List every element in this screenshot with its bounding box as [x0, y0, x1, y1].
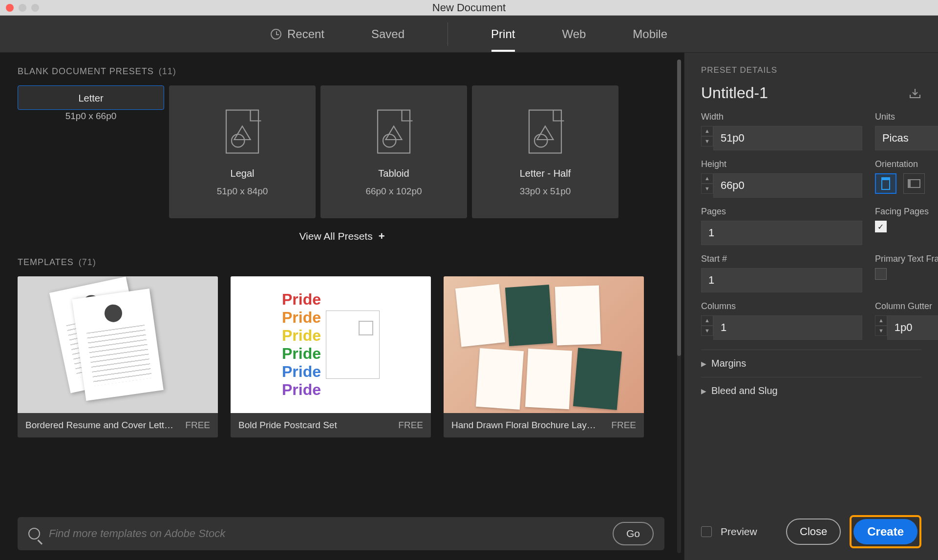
- clock-icon: [271, 29, 281, 40]
- svg-marker-4: [234, 126, 251, 140]
- preset-details-panel: PRESET DETAILS Untitled-1 Width ▲▼ Units…: [684, 53, 938, 560]
- height-label: Height: [701, 159, 862, 169]
- stock-search-bar: Go: [18, 517, 664, 550]
- width-input[interactable]: [713, 126, 862, 150]
- template-name: Bordered Resume and Cover Lett…: [25, 420, 173, 431]
- template-card[interactable]: Hand Drawn Floral Brochure Lay… FREE: [444, 276, 644, 437]
- section-title: BLANK DOCUMENT PRESETS: [18, 66, 154, 77]
- category-tabs: Recent Saved Print Web Mobile: [0, 16, 938, 53]
- bleed-slug-accordion[interactable]: ▶ Bleed and Slug: [701, 377, 921, 404]
- tab-mobile[interactable]: Mobile: [629, 17, 671, 52]
- preset-letter-half[interactable]: Letter - Half 33p0 x 51p0: [472, 85, 618, 218]
- start-number-label: Start #: [701, 254, 862, 264]
- preview-label: Preview: [721, 526, 777, 538]
- minimize-window-icon[interactable]: [19, 4, 26, 12]
- stepper-down-icon[interactable]: ▼: [875, 326, 887, 336]
- svg-rect-9: [529, 110, 561, 153]
- page-icon: [369, 107, 418, 161]
- height-input[interactable]: [713, 173, 862, 198]
- preset-legal[interactable]: Legal 51p0 x 84p0: [169, 85, 316, 218]
- section-title: TEMPLATES: [18, 257, 74, 268]
- column-gutter-input[interactable]: [887, 315, 938, 340]
- preset-name: Letter: [78, 93, 103, 104]
- portrait-icon: [881, 177, 890, 190]
- preset-name: Letter - Half: [520, 168, 571, 179]
- scroll-thumb[interactable]: [677, 60, 681, 356]
- preset-dimensions: 51p0 x 84p0: [217, 186, 268, 197]
- plus-icon: +: [379, 230, 385, 243]
- presets-section-header: BLANK DOCUMENT PRESETS (11): [18, 66, 666, 77]
- svg-rect-3: [226, 110, 258, 153]
- template-card[interactable]: PridePridePride PridePridePride Bold Pri…: [231, 276, 431, 437]
- units-label: Units: [875, 112, 938, 122]
- stepper-down-icon[interactable]: ▼: [701, 326, 713, 336]
- page-icon: [218, 107, 267, 161]
- create-button[interactable]: Create: [853, 519, 917, 544]
- svg-point-8: [383, 134, 396, 147]
- start-number-input[interactable]: [701, 268, 862, 292]
- columns-label: Columns: [701, 301, 862, 311]
- section-count: (11): [159, 66, 176, 77]
- search-icon: [28, 528, 40, 539]
- svg-rect-6: [378, 110, 410, 153]
- window-title: New Document: [432, 1, 506, 14]
- go-button[interactable]: Go: [613, 522, 654, 545]
- close-button[interactable]: Close: [786, 519, 841, 545]
- stepper-up-icon[interactable]: ▲: [701, 315, 713, 326]
- separator: [448, 22, 448, 46]
- template-price: FREE: [611, 420, 636, 431]
- columns-input[interactable]: [713, 315, 862, 340]
- stepper-down-icon[interactable]: ▼: [701, 184, 713, 194]
- accordion-label: Margins: [711, 358, 746, 369]
- column-gutter-label: Column Gutter: [875, 301, 938, 311]
- presets-panel: BLANK DOCUMENT PRESETS (11) Letter 51p0 …: [0, 53, 684, 560]
- tab-recent[interactable]: Recent: [267, 17, 328, 52]
- chevron-right-icon: ▶: [701, 387, 706, 395]
- stepper-down-icon[interactable]: ▼: [701, 136, 713, 146]
- units-select[interactable]: Picas ▼: [875, 126, 938, 150]
- tab-label: Web: [562, 27, 586, 41]
- stock-search-input[interactable]: [49, 527, 604, 540]
- accordion-label: Bleed and Slug: [711, 385, 778, 396]
- pages-input[interactable]: [701, 221, 862, 245]
- preset-tabloid[interactable]: Tabloid 66p0 x 102p0: [320, 85, 467, 218]
- view-all-label: View All Presets: [299, 230, 372, 242]
- stepper-up-icon[interactable]: ▲: [701, 173, 713, 184]
- templates-section-header: TEMPLATES (71): [18, 257, 666, 268]
- tab-saved[interactable]: Saved: [367, 17, 408, 52]
- preset-dimensions: 33p0 x 51p0: [520, 186, 571, 197]
- details-header: PRESET DETAILS: [701, 65, 921, 75]
- save-preset-icon[interactable]: [909, 88, 921, 99]
- create-highlight: Create: [850, 515, 921, 548]
- stepper-up-icon[interactable]: ▲: [875, 315, 887, 326]
- svg-point-11: [534, 134, 547, 147]
- margins-accordion[interactable]: ▶ Margins: [701, 350, 921, 377]
- orientation-landscape-button[interactable]: [903, 173, 925, 194]
- primary-text-frame-label: Primary Text Frame: [875, 254, 938, 264]
- width-label: Width: [701, 112, 862, 122]
- window-controls: [6, 4, 39, 12]
- tab-print[interactable]: Print: [487, 17, 519, 52]
- preview-checkbox[interactable]: [701, 526, 712, 537]
- document-name-input[interactable]: Untitled-1: [701, 84, 768, 102]
- section-count: (71): [79, 257, 96, 268]
- orientation-label: Orientation: [875, 159, 938, 169]
- tab-label: Saved: [371, 27, 405, 41]
- orientation-portrait-button[interactable]: [875, 173, 896, 194]
- preset-letter[interactable]: Letter 51p0 x 66p0: [18, 85, 164, 110]
- template-card[interactable]: Bordered Resume and Cover Lett… FREE: [18, 276, 218, 437]
- svg-point-5: [232, 134, 244, 147]
- close-window-icon[interactable]: [6, 4, 14, 12]
- preset-dimensions: 66p0 x 102p0: [365, 186, 422, 197]
- svg-marker-7: [386, 126, 402, 140]
- stepper-up-icon[interactable]: ▲: [701, 126, 713, 136]
- chevron-right-icon: ▶: [701, 360, 706, 368]
- tab-web[interactable]: Web: [558, 17, 590, 52]
- scrollbar[interactable]: [677, 60, 681, 553]
- view-all-presets-button[interactable]: View All Presets +: [18, 230, 666, 243]
- primary-text-frame-checkbox[interactable]: [875, 268, 887, 280]
- svg-marker-10: [537, 126, 554, 140]
- facing-pages-checkbox[interactable]: ✓: [875, 221, 887, 232]
- pages-label: Pages: [701, 207, 862, 217]
- zoom-window-icon[interactable]: [31, 4, 39, 12]
